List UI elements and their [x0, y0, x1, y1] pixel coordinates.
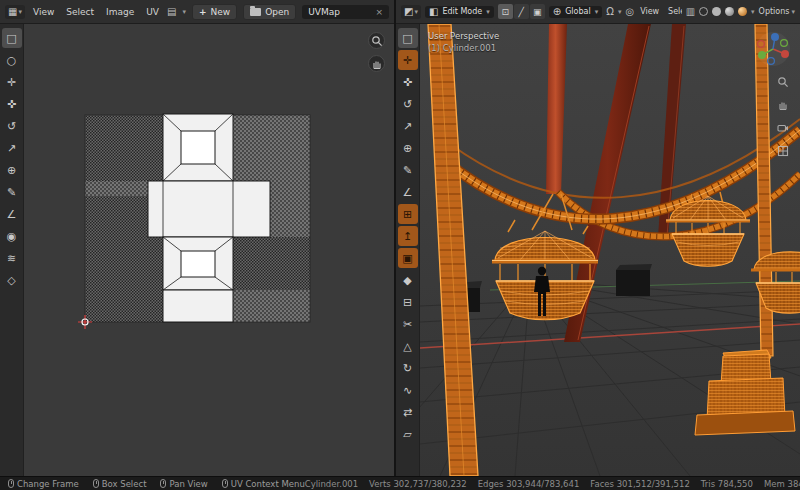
uv-toolbar: □○✛✜↺↗⊕✎∠◉≋◇	[0, 24, 24, 476]
measure-tool[interactable]: ∠	[398, 182, 418, 202]
hand-icon	[371, 58, 383, 70]
uv-pan-button[interactable]	[368, 55, 385, 72]
status-bar: Change FrameBox SelectPan ViewUV Context…	[0, 476, 800, 490]
uv-uv-menu[interactable]: UV	[144, 6, 161, 18]
orange-pole-left	[428, 24, 478, 476]
select-circle-tool[interactable]: ○	[2, 50, 22, 70]
move-tool[interactable]: ✜	[2, 94, 22, 114]
measure-tool[interactable]: ∠	[2, 204, 22, 224]
knife-tool[interactable]: ✂	[398, 314, 418, 334]
bevel-tool[interactable]: ◆	[398, 270, 418, 290]
open-image-button[interactable]: Open	[243, 4, 296, 20]
snap-chevron-icon[interactable]: ▾	[618, 8, 622, 16]
viewport-toolbar: □✛✜↺↗⊕✎∠⊞↥▣◆⊟✂△↻∿⇄▱	[396, 24, 420, 476]
pan-hand-icon[interactable]	[777, 99, 789, 113]
loop-cut-tool[interactable]: ⊟	[398, 292, 418, 312]
annotate-tool[interactable]: ✎	[398, 160, 418, 180]
y-axis-handle	[758, 51, 766, 59]
uv-select-menu[interactable]: Select	[64, 6, 96, 18]
face-select-button[interactable]: ▣	[530, 4, 545, 19]
uv-map-name-field[interactable]: UVMap ×	[302, 5, 389, 19]
stat-item: Tris 784,550	[701, 479, 753, 489]
z-axis-handle	[771, 33, 779, 41]
ortho-toggle-icon[interactable]	[777, 145, 789, 159]
globe-icon: ⊕	[553, 7, 561, 17]
annotate-tool[interactable]: ✎	[2, 182, 22, 202]
navigation-gizmo[interactable]	[754, 30, 792, 70]
smooth-tool[interactable]: ∿	[398, 380, 418, 400]
uv-menubar: ViewSelectImageUV	[31, 6, 161, 18]
edge-select-button[interactable]: ╱	[514, 4, 529, 19]
x-axis-handle	[781, 50, 789, 58]
viewport-panel: ◩ ▾ ◧ Edit Mode ▾ ⊡ ╱ ▣ ⊕ Global ▾ Ω ▾ ◎…	[396, 0, 800, 476]
edit-mode-icon: ◧	[429, 7, 438, 17]
orientation-dropdown[interactable]: ⊕ Global ▾	[549, 6, 602, 18]
edge-slide-tool[interactable]: ⇄	[398, 402, 418, 422]
folder-icon	[250, 8, 261, 16]
editor-type-button[interactable]: ▦ ▾	[5, 5, 25, 19]
solid-shading-icon[interactable]	[712, 7, 721, 16]
unlink-icon[interactable]: ×	[375, 7, 383, 17]
viewport-object-label: (1) Cylinder.001	[428, 42, 499, 54]
mode-dropdown[interactable]: ◧ Edit Mode ▾	[425, 6, 494, 18]
uv-editor-icon: ▦	[8, 7, 17, 17]
transform-tool[interactable]: ⊕	[398, 138, 418, 158]
select-box-tool[interactable]: □	[398, 28, 418, 48]
keymap-hint-label: Box Select	[102, 479, 147, 489]
xray-icon[interactable]: ▥	[686, 7, 695, 17]
extrude-tool[interactable]: ↥	[398, 226, 418, 246]
relax-tool[interactable]: ≋	[2, 248, 22, 268]
new-image-button[interactable]: + New	[192, 4, 237, 20]
poly-build-tool[interactable]: △	[398, 336, 418, 356]
viewport-header: ◩ ▾ ◧ Edit Mode ▾ ⊡ ╱ ▣ ⊕ Global ▾ Ω ▾ ◎…	[396, 0, 800, 24]
uv-canvas[interactable]	[24, 24, 394, 476]
image-browse-chevron-icon[interactable]: ▾	[182, 8, 186, 16]
cursor-tool[interactable]: ✛	[398, 50, 418, 70]
editor-type-button-3d[interactable]: ◩ ▾	[401, 5, 421, 19]
cursor-tool[interactable]: ✛	[2, 72, 22, 92]
material-shading-icon[interactable]	[725, 7, 734, 16]
uv-map-name: UVMap	[308, 7, 340, 17]
rotate-tool[interactable]: ↺	[398, 94, 418, 114]
select-box-tool[interactable]: □	[2, 28, 22, 48]
options-dropdown[interactable]: Options ▾	[759, 7, 795, 16]
viewport-canvas[interactable]: User Perspective (1) Cylinder.001	[420, 24, 800, 476]
viewport-perspective-label: User Perspective	[428, 30, 499, 42]
transform-tool[interactable]: ⊕	[2, 160, 22, 180]
wireframe-shading-icon[interactable]	[699, 7, 708, 16]
shear-tool[interactable]: ▱	[398, 424, 418, 444]
chevron-down-icon: ▾	[486, 8, 490, 16]
spin-tool[interactable]: ↻	[398, 358, 418, 378]
grab-tool[interactable]: ◉	[2, 226, 22, 246]
chevron-down-icon: ▾	[595, 8, 599, 16]
inset-faces-tool[interactable]: ▣	[398, 248, 418, 268]
viewport-header-right: ▥ ▾ Options ▾	[686, 7, 795, 17]
mode-label: Edit Mode	[442, 7, 482, 16]
mouse-icon	[222, 479, 228, 488]
add-cube-tool[interactable]: ⊞	[398, 204, 418, 224]
rotate-tool[interactable]: ↺	[2, 116, 22, 136]
vp-select-menu[interactable]: Select	[666, 6, 682, 17]
move-tool[interactable]: ✜	[398, 72, 418, 92]
zoom-icon[interactable]	[777, 76, 789, 90]
scale-tool[interactable]: ↗	[398, 116, 418, 136]
rendered-shading-icon[interactable]	[738, 7, 747, 16]
uv-view-menu[interactable]: View	[31, 6, 56, 18]
pinch-tool[interactable]: ◇	[2, 270, 22, 290]
gondola-far-right	[751, 252, 800, 314]
shading-chevron-icon[interactable]: ▾	[751, 8, 755, 16]
vp-view-menu[interactable]: View	[638, 6, 661, 17]
keymap-hint: UV Context Menu	[222, 479, 305, 489]
camera-view-icon[interactable]	[777, 122, 789, 136]
pedestal-base	[695, 350, 795, 435]
scale-tool[interactable]: ↗	[2, 138, 22, 158]
uv-image-menu[interactable]: Image	[104, 6, 136, 18]
proportional-edit-icon[interactable]: ◎	[625, 7, 634, 17]
vertex-select-button[interactable]: ⊡	[498, 4, 513, 19]
keymap-hint: Pan View	[160, 479, 207, 489]
stat-item: Faces 301,512/391,512	[590, 479, 690, 489]
magnet-icon[interactable]: Ω	[606, 7, 614, 17]
pin-icon[interactable]: ▤	[167, 7, 176, 17]
uv-zoom-button[interactable]	[368, 32, 385, 49]
viewport-menubar: ViewSelectAddMeshVertexEdgeFaceUV	[638, 6, 682, 17]
